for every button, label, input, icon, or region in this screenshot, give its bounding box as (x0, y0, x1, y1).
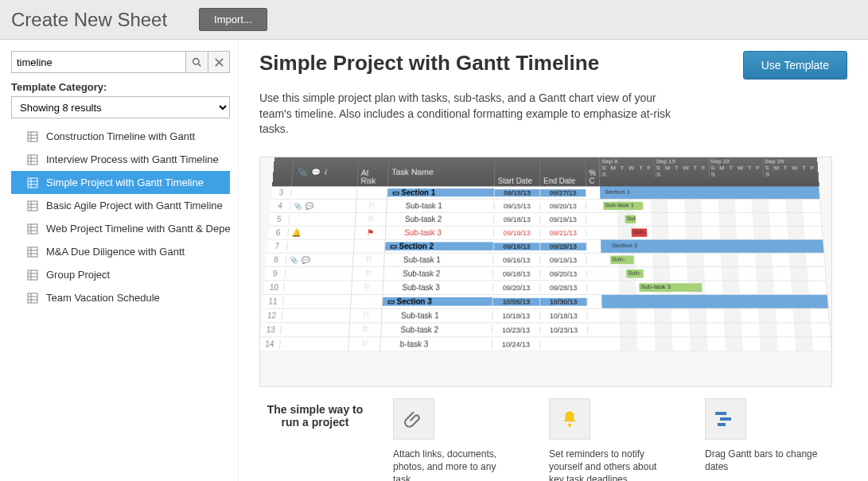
template-item[interactable]: Simple Project with Gantt Timeline (11, 171, 230, 194)
gantt-bar[interactable]: Section 2 (610, 242, 700, 250)
use-template-button[interactable]: Use Template (743, 51, 847, 80)
svg-rect-16 (28, 201, 37, 211)
grid-row: 11▭ Section 310/05/1310/30/13 (263, 295, 829, 309)
template-item[interactable]: Interview Process with Gantt Timeline (11, 148, 230, 171)
flag-icon: ⚐ (368, 201, 376, 211)
template-description: Use this simple project plan with tasks,… (259, 91, 673, 138)
template-item-label: Basic Agile Project with Gantt Timeline (46, 200, 223, 211)
gantt-bar[interactable]: Sub-task 3 (639, 283, 702, 292)
template-item[interactable]: Group Project (11, 263, 230, 286)
template-preview: 📎 💬 i At Risk Task Name Start Date End D… (259, 157, 832, 387)
sheet-icon (27, 154, 38, 165)
callout-icon-box (705, 398, 746, 440)
grid-row: 12⚐Sub-task 110/18/1310/18/13 (261, 308, 830, 323)
sheet-icon (27, 223, 38, 235)
grid-row: 9⚐Sub-task 209/18/1309/20/13Sub-task 2 (265, 267, 827, 281)
paperclip-icon: 📎 (290, 256, 298, 264)
template-item[interactable]: Web Project Timeline with Gantt & Depend… (11, 217, 230, 240)
dialog-title: Create New Sheet (11, 9, 167, 31)
dialog-header: Create New Sheet Import... (0, 0, 868, 40)
search-input[interactable] (11, 51, 185, 73)
callout-icon-box (393, 398, 434, 440)
col-task: Task Name (388, 157, 496, 186)
callouts-row: The simple way to run a project Attach l… (259, 398, 847, 481)
gantt-bar[interactable]: Sub-task 1 (610, 255, 634, 264)
sheet-icon (27, 131, 38, 142)
chat-icon: 💬 (305, 202, 313, 209)
svg-rect-28 (28, 270, 37, 280)
svg-rect-39 (718, 423, 726, 426)
sheet-icon (27, 177, 38, 188)
callout: Attach links, documents, photos, and mor… (393, 398, 512, 481)
col-start: Start Date (495, 157, 541, 186)
main-panel: Simple Project with Gantt Timeline Use T… (239, 40, 868, 481)
template-item-label: Web Project Timeline with Gantt & Depend… (46, 223, 230, 235)
template-item-label: Team Vacation Schedule (46, 292, 160, 304)
grid-row: 8📎💬⚐Sub-task 109/16/1309/19/13Sub-task 1 (266, 254, 826, 267)
callout: Drag Gantt bars to change dates (705, 398, 824, 481)
sheet-icon (27, 200, 38, 211)
template-item-label: Simple Project with Gantt Timeline (46, 176, 204, 188)
attachment-icon: 📎 (298, 168, 307, 176)
flag-icon: ⚐ (362, 310, 371, 320)
sheet-icon (27, 270, 38, 281)
gantt-bar[interactable]: Sub-task 1 (603, 202, 643, 210)
template-item-label: Interview Process with Gantt Timeline (46, 153, 219, 165)
svg-line-1 (198, 64, 200, 66)
grid-row: 13⚐Sub-task 210/23/1310/23/13 (260, 323, 831, 337)
gantt-bar[interactable]: Section 1 (603, 188, 687, 196)
info-icon: i (325, 168, 327, 176)
search-button[interactable] (185, 51, 208, 73)
paperclip-icon: 📎 (294, 202, 302, 209)
clear-search-button[interactable] (208, 51, 230, 73)
sidebar: Template Category: Showing 8 results Con… (0, 40, 239, 481)
callout: Set reminders to notify yourself and oth… (549, 398, 668, 481)
svg-rect-12 (28, 178, 37, 188)
template-title: Simple Project with Gantt Timeline (259, 51, 599, 76)
gantt-bars-icon (714, 410, 738, 428)
callout-text: Attach links, documents, photos, and mor… (393, 448, 512, 481)
chat-icon: 💬 (301, 256, 309, 264)
flag-icon: ⚑ (366, 227, 374, 237)
category-select[interactable]: Showing 8 results (11, 96, 230, 118)
import-button[interactable]: Import... (199, 8, 267, 31)
template-item[interactable]: Basic Agile Project with Gantt Timeline (11, 194, 230, 217)
flag-icon: ⚐ (360, 339, 369, 349)
svg-rect-4 (28, 132, 37, 142)
grid-row: 10⚐Sub-task 309/20/1309/28/13Sub-task 3 (263, 281, 827, 295)
category-label: Template Category: (11, 81, 230, 93)
grid-row: 4📎💬⚐Sub-task 109/15/1309/20/13Sub-task 1 (270, 200, 821, 213)
svg-rect-37 (715, 412, 726, 415)
callout-text: Drag Gantt bars to change dates (705, 448, 824, 473)
template-item-label: Construction Timeline with Gantt (46, 130, 195, 142)
grid-row: 7▭ Section 209/16/1309/28/13Section 2 (267, 239, 824, 253)
grid-row: 3▭ Section 109/15/1309/27/13Section 1 (271, 186, 820, 200)
bell-icon (559, 409, 580, 429)
col-pct: % C (586, 157, 600, 186)
svg-rect-38 (720, 417, 731, 421)
template-item[interactable]: Construction Timeline with Gantt (11, 125, 230, 148)
sheet-icon (27, 246, 38, 258)
sheet-icon (27, 293, 38, 304)
bell-icon: 🔔 (291, 228, 301, 236)
svg-rect-24 (28, 247, 37, 257)
callouts-headline: The simple way to run a project (259, 403, 371, 429)
flag-icon: ⚐ (363, 282, 371, 293)
gantt-bar[interactable]: Sub-task 2 (625, 215, 636, 223)
callout-icon-box (549, 398, 590, 440)
flag-icon: ⚐ (361, 324, 370, 335)
gantt-bar[interactable]: Sub-task 3 (632, 228, 648, 236)
svg-rect-32 (28, 293, 37, 303)
template-item[interactable]: Team Vacation Schedule (11, 286, 230, 309)
flag-icon: ⚐ (364, 269, 372, 279)
template-item[interactable]: M&A Due Diligence with Gantt (11, 240, 230, 263)
chat-icon: 💬 (311, 168, 321, 176)
search-icon (192, 57, 202, 68)
gantt-bar[interactable]: Sub-task 2 (626, 270, 644, 278)
svg-rect-8 (28, 155, 37, 165)
col-end: End Date (540, 157, 586, 186)
callout-text: Set reminders to notify yourself and oth… (549, 448, 668, 481)
svg-point-0 (193, 58, 199, 64)
grid-row: 5⚐Sub-task 209/18/1309/19/13Sub-task 2 (269, 213, 823, 227)
flag-icon: ⚐ (367, 214, 375, 223)
